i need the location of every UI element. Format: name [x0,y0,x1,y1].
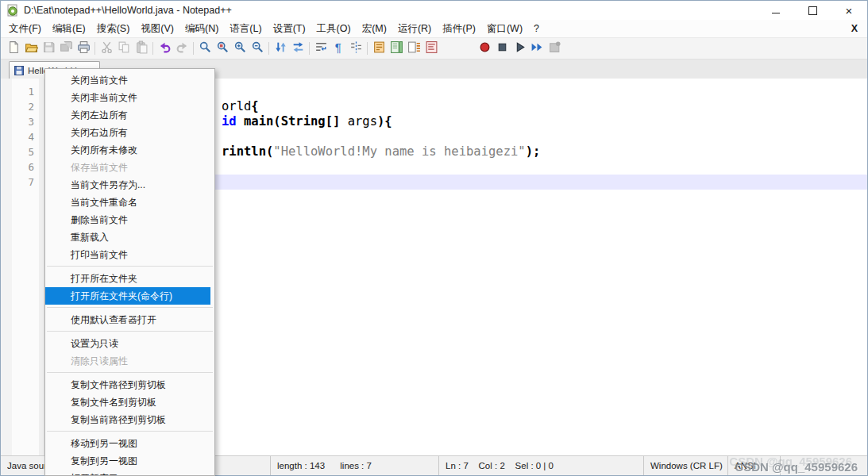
undo-button[interactable] [156,40,173,57]
line-number: 4 [12,129,39,144]
context-menu-item[interactable]: 复制文件路径到剪切板 [45,376,214,393]
context-menu-item[interactable]: 关闭右边所有 [45,124,214,141]
context-menu-item[interactable]: 复制到另一视图 [45,452,214,470]
open-file-button[interactable] [22,40,40,57]
menubar-item[interactable]: 工具(O) [311,21,357,37]
document-map-button[interactable] [388,40,405,57]
zoom-in-button[interactable] [231,40,249,57]
define-language-button[interactable] [370,40,388,57]
print-icon [77,40,91,57]
indent-guide-icon [349,40,363,57]
context-menu-item[interactable]: 打开新窗口 [45,470,214,476]
document-list-button[interactable] [405,40,422,57]
context-menu-item[interactable]: 关闭当前文件 [45,71,214,89]
function-list-button[interactable] [422,40,440,57]
context-menu-separator [47,331,213,332]
context-menu-item[interactable]: 关闭非当前文件 [45,89,214,106]
svg-text:¶: ¶ [334,40,341,53]
print-button[interactable] [75,40,92,57]
macro-run-multiple-button[interactable] [528,40,546,57]
indent-guide-button[interactable] [347,40,365,57]
toolbar-separator [152,42,153,55]
context-menu-item[interactable]: 设置为只读 [45,335,214,352]
context-menu-item[interactable]: 打印当前文件 [45,246,214,263]
macro-stop-button[interactable] [493,40,511,57]
sync-vertical-icon [274,40,287,57]
context-menu-item[interactable]: 关闭左边所有 [45,106,214,124]
zoom-out-button[interactable] [249,40,266,57]
show-all-characters-button[interactable]: ¶ [330,40,347,57]
new-file-button[interactable] [5,40,22,57]
undo-icon [158,40,172,57]
menubar-item[interactable]: 宏(M) [357,21,392,37]
minimize-button[interactable] [758,1,794,20]
menubar-item[interactable]: ? [528,21,545,36]
save-icon [42,40,56,57]
menubar-close-button[interactable]: X [851,23,867,34]
sync-vertical-button[interactable] [272,40,289,57]
cut-icon [100,40,114,57]
context-menu-separator [47,266,213,267]
word-wrap-button[interactable] [312,40,330,57]
toolbar-separator [95,42,95,55]
context-menu-separator [47,372,213,373]
context-menu-separator [47,307,213,308]
document-list-icon [407,40,421,57]
menubar-item[interactable]: 窗口(W) [481,21,528,37]
maximize-button[interactable] [794,1,831,20]
toolbar-separator [193,42,194,55]
toolbar-separator [443,42,444,55]
context-menu-separator [47,431,213,432]
document-map-icon [390,40,403,57]
status-caret-position: Ln : 7 Col : 2 Sel : 0 | 0 [439,456,644,475]
replace-button[interactable] [214,40,231,57]
context-menu-item[interactable]: 打开所在文件夹(命令行) [45,287,210,305]
minimize-icon [772,13,780,13]
menubar-item[interactable]: 搜索(S) [91,21,136,37]
line-number-gutter: 1234567 [12,79,39,455]
context-menu-item[interactable]: 重新载入 [45,228,214,246]
line-number: 7 [12,175,39,190]
context-menu-item[interactable]: 删除当前文件 [45,211,214,228]
save-button [40,40,57,57]
menu-bar: 文件(F)编辑(E)搜索(S)视图(V)编码(N)语言(L)设置(T)工具(O)… [1,20,867,37]
save-all-icon [60,40,73,57]
context-menu-item[interactable]: 移动到另一视图 [45,435,214,452]
close-button[interactable]: × [831,1,867,20]
status-length-lines: length : 143 lines : 7 [271,456,439,475]
status-encoding: ANSI [728,456,781,475]
find-button[interactable] [196,40,214,57]
sync-horizontal-button[interactable] [289,40,307,57]
context-menu-item: 清除只读属性 [45,352,214,370]
context-menu-item[interactable]: 使用默认查看器打开 [45,311,214,328]
fold-margin [39,79,44,455]
line-number: 1 [12,84,39,99]
menubar-item[interactable]: 编码(N) [179,21,224,37]
title-bar: D:\Eat\notepad++\HelloWorld.java - Notep… [1,1,867,20]
redo-button [173,40,191,57]
context-menu-item[interactable]: 复制当前路径到剪切板 [45,411,214,428]
toolbar: ¶ [1,37,867,60]
macro-play-button[interactable] [511,40,528,57]
context-menu-item[interactable]: 复制文件名到剪切板 [45,393,214,411]
maximize-icon [808,6,817,15]
zoom-out-icon [251,40,264,57]
macro-record-button[interactable] [476,40,493,57]
macro-run-multiple-icon [530,40,544,57]
menubar-item[interactable]: 设置(T) [268,21,311,37]
context-menu-item[interactable]: 打开所在文件夹 [45,270,214,287]
paste-icon [135,40,149,57]
context-menu-item[interactable]: 当前文件另存为... [45,176,214,194]
line-number: 5 [12,144,39,159]
menubar-item[interactable]: 视图(V) [135,21,179,37]
menubar-item[interactable]: 语言(L) [224,21,267,37]
context-menu-item[interactable]: 关闭所有未修改 [45,141,214,159]
menubar-item[interactable]: 插件(P) [437,21,481,37]
line-number: 2 [12,99,39,114]
menubar-item[interactable]: 运行(R) [392,21,437,37]
cut-button [98,40,115,57]
menubar-item[interactable]: 编辑(E) [47,21,91,37]
function-list-icon [425,40,438,57]
context-menu-item[interactable]: 当前文件重命名 [45,194,214,211]
menubar-item[interactable]: 文件(F) [3,21,47,37]
